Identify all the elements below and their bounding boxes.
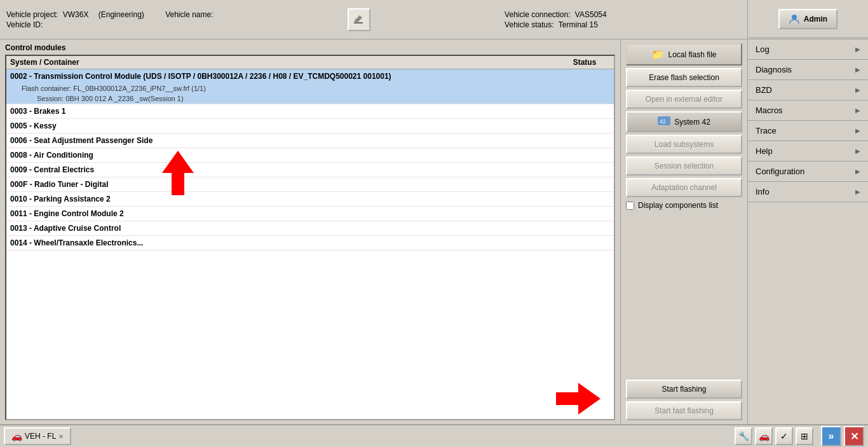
table-row[interactable]: 0008 - Air Conditioning bbox=[6, 148, 614, 163]
sidebar-item-info[interactable]: Info ▶ bbox=[748, 182, 868, 202]
section-title: Control modules bbox=[5, 43, 615, 52]
erase-flash-label: Erase flash selection bbox=[649, 73, 719, 82]
vehicle-connection: Vehicle connection: VAS5054 bbox=[505, 10, 607, 19]
start-flashing-button[interactable]: Start flashing bbox=[626, 380, 742, 399]
folder-icon: 📁 bbox=[651, 48, 664, 60]
session-selection-button[interactable]: Session selection bbox=[626, 156, 742, 175]
sidebar-item-log[interactable]: Log ▶ bbox=[748, 39, 868, 60]
admin-bar: Admin bbox=[747, 0, 868, 38]
svg-text:42: 42 bbox=[660, 118, 666, 125]
start-fast-flashing-button[interactable]: Start fast flashing bbox=[626, 401, 742, 420]
row-main-text: 0009 - Central Electrics bbox=[6, 163, 614, 177]
right-panel: 📁 Local flash file Erase flash selection… bbox=[620, 39, 747, 424]
table-row[interactable]: 0009 - Central Electrics bbox=[6, 163, 614, 177]
system42-button[interactable]: 42 System 42 bbox=[626, 111, 742, 132]
row-sub-text: Flash container: FL_0BH300012A_2236_iPN7… bbox=[6, 83, 614, 93]
sidebar-item-label: Configuration bbox=[756, 167, 804, 176]
table-row[interactable]: 0014 - Wheel/Transaxle Electronics... bbox=[6, 236, 614, 251]
car-button[interactable]: 🚗 bbox=[755, 427, 773, 445]
wrench-icon: 🔧 bbox=[738, 431, 749, 441]
display-components-label: Display components list bbox=[638, 201, 718, 210]
content-area: Control modules System / Container Statu… bbox=[0, 39, 620, 424]
sidebar-item-macros[interactable]: Macros ▶ bbox=[748, 100, 868, 121]
edit-button[interactable] bbox=[348, 8, 370, 31]
table-row[interactable]: 0002 - Transmission Control Module (UDS … bbox=[6, 69, 614, 104]
sidebar-item-label: Log bbox=[756, 45, 770, 54]
open-external-label: Open in external editor bbox=[646, 95, 722, 104]
chevron-right-icon: ▶ bbox=[855, 148, 860, 155]
row-session-text: Session: 0BH 300 012 A _2236 _sw(Session… bbox=[6, 93, 614, 104]
chevron-right-icon: ▶ bbox=[855, 66, 860, 73]
chevron-right-icon: ▶ bbox=[855, 168, 860, 175]
row-main-text: 0010 - Parking Assistance 2 bbox=[6, 192, 614, 206]
grid-icon: ⊞ bbox=[801, 431, 808, 441]
session-selection-label: Session selection bbox=[654, 162, 714, 170]
vehicle-status: Vehicle status: Terminal 15 bbox=[505, 20, 607, 29]
tab-close-button[interactable]: ✕ bbox=[58, 433, 64, 440]
vehicle-info: Vehicle project: VW36X (Engineering) Veh… bbox=[6, 10, 214, 29]
svg-point-1 bbox=[792, 15, 797, 20]
wrench-button[interactable]: 🔧 bbox=[735, 427, 752, 445]
tab-bar: 🚗 VEH - FL ✕ 🔧 🚗 ✓ ⊞ » ✕ bbox=[0, 424, 868, 447]
display-components-checkbox[interactable] bbox=[626, 202, 634, 210]
table-row[interactable]: 0011 - Engine Control Module 2 bbox=[6, 207, 614, 221]
table-row[interactable]: 0013 - Adaptive Cruise Control bbox=[6, 221, 614, 236]
row-main-text: 0008 - Air Conditioning bbox=[6, 148, 614, 162]
table-row[interactable]: 0003 - Brakes 1 bbox=[6, 104, 614, 119]
row-main-text: 000F - Radio Tuner - Digital bbox=[6, 177, 614, 191]
row-main-text: 0005 - Kessy bbox=[6, 119, 614, 133]
system42-icon: 42 bbox=[658, 116, 670, 127]
col-status-header: Status bbox=[559, 58, 610, 67]
sidebar-item-configuration[interactable]: Configuration ▶ bbox=[748, 162, 868, 182]
tab-label: VEH - FL bbox=[25, 432, 56, 441]
car-icon: 🚗 bbox=[759, 431, 770, 441]
close-nav-button[interactable]: ✕ bbox=[844, 426, 864, 446]
local-flash-file-label: Local flash file bbox=[668, 50, 716, 59]
row-main-text: 0011 - Engine Control Module 2 bbox=[6, 207, 614, 221]
chevron-right-icon: ▶ bbox=[855, 46, 860, 53]
sidebar-item-diagnosis[interactable]: Diagnosis ▶ bbox=[748, 60, 868, 80]
table-row[interactable]: 0010 - Parking Assistance 2 bbox=[6, 192, 614, 207]
bottom-toolbar: 🔧 🚗 ✓ ⊞ bbox=[735, 427, 813, 445]
sidebar-item-label: Info bbox=[756, 187, 770, 196]
vehicle-connection-info: Vehicle connection: VAS5054 Vehicle stat… bbox=[505, 10, 607, 29]
control-modules-table: System / Container Status 0002 - Transmi… bbox=[5, 55, 615, 420]
table-row[interactable]: 000F - Radio Tuner - Digital bbox=[6, 177, 614, 192]
open-external-editor-button[interactable]: Open in external editor bbox=[626, 90, 742, 109]
sidebar-item-help[interactable]: Help ▶ bbox=[748, 141, 868, 162]
load-subsystems-button[interactable]: Load subsystems bbox=[626, 135, 742, 154]
sidebar-item-bzd[interactable]: BZD ▶ bbox=[748, 80, 868, 100]
bottom-nav: » ✕ bbox=[821, 426, 864, 446]
row-main-text: 0003 - Brakes 1 bbox=[6, 104, 614, 118]
row-main-text: 0002 - Transmission Control Module (UDS … bbox=[6, 69, 614, 83]
table-row[interactable]: 0005 - Kessy bbox=[6, 119, 614, 134]
check-button[interactable]: ✓ bbox=[775, 427, 793, 445]
chevron-right-icon: ▶ bbox=[855, 188, 860, 195]
sidebar-item-label: BZD bbox=[756, 85, 772, 95]
table-scroll[interactable]: 0002 - Transmission Control Module (UDS … bbox=[6, 69, 614, 419]
sidebar-item-label: Diagnosis bbox=[756, 65, 792, 74]
local-flash-file-button[interactable]: 📁 Local flash file bbox=[626, 43, 742, 65]
erase-flash-selection-button[interactable]: Erase flash selection bbox=[626, 68, 742, 87]
adaptation-channel-button[interactable]: Adaptation channel bbox=[626, 178, 742, 197]
adaptation-channel-label: Adaptation channel bbox=[651, 183, 717, 192]
display-components-row[interactable]: Display components list bbox=[626, 200, 742, 211]
tab-veh-fl[interactable]: 🚗 VEH - FL ✕ bbox=[4, 427, 71, 445]
col-system-header: System / Container bbox=[10, 58, 559, 67]
start-fast-flashing-label: Start fast flashing bbox=[654, 406, 714, 415]
sidebar-item-trace[interactable]: Trace ▶ bbox=[748, 121, 868, 141]
sidebar-item-label: Macros bbox=[756, 106, 783, 115]
table-header: System / Container Status bbox=[6, 56, 614, 69]
chevron-right-icon: ▶ bbox=[855, 107, 860, 114]
start-flashing-label: Start flashing bbox=[661, 385, 706, 394]
vehicle-project: Vehicle project: VW36X (Engineering) Veh… bbox=[6, 10, 214, 19]
grid-button[interactable]: ⊞ bbox=[796, 427, 813, 445]
sidebar: Log ▶ Diagnosis ▶ BZD ▶ Macros ▶ Trace ▶… bbox=[747, 39, 868, 424]
forward-nav-button[interactable]: » bbox=[821, 426, 841, 446]
row-main-text: 0013 - Adaptive Cruise Control bbox=[6, 221, 614, 235]
header-center bbox=[348, 8, 370, 31]
table-row[interactable]: 0006 - Seat Adjustment Passenger Side bbox=[6, 134, 614, 148]
admin-button[interactable]: Admin bbox=[778, 9, 837, 29]
row-main-text: 0006 - Seat Adjustment Passenger Side bbox=[6, 134, 614, 148]
row-main-text: 0014 - Wheel/Transaxle Electronics... bbox=[6, 236, 614, 250]
